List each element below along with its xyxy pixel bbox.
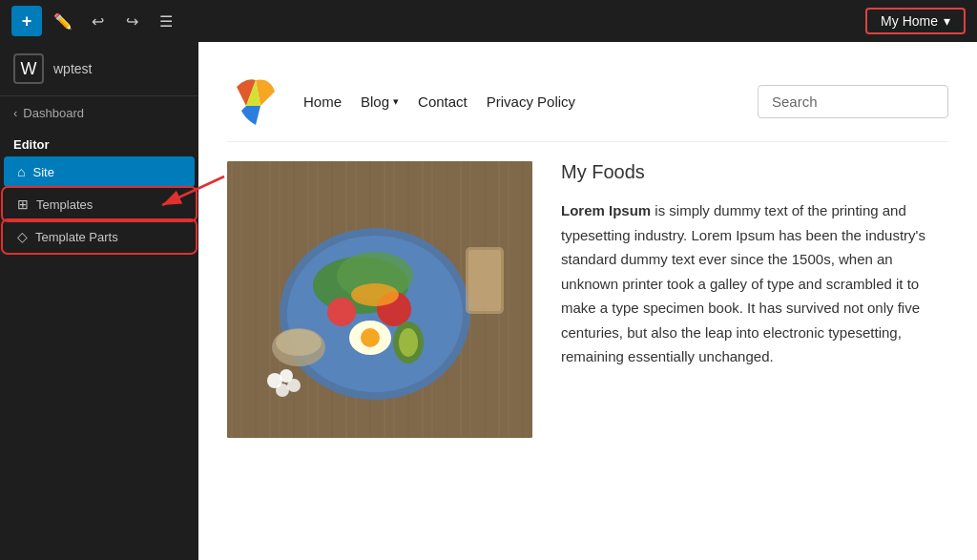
nav-links: Home Blog ▾ Contact Privacy Policy [303, 93, 758, 110]
nav-blog[interactable]: Blog ▾ [361, 93, 399, 110]
editor-section-title: Editor [0, 130, 198, 156]
sidebar-logo-row: W wptest [0, 42, 198, 96]
sidebar-site-label: Site [32, 165, 53, 179]
food-image [227, 161, 532, 438]
svg-rect-25 [468, 250, 501, 311]
template-parts-icon: ◇ [17, 229, 28, 244]
list-view-button[interactable]: ☰ [153, 8, 179, 34]
chevron-down-icon: ▾ [944, 13, 950, 29]
svg-point-16 [399, 328, 418, 357]
food-image-svg [227, 161, 532, 438]
sidebar-templates-label: Templates [36, 197, 93, 212]
site-nav: Home Blog ▾ Contact Privacy Policy Searc… [227, 61, 948, 142]
search-input[interactable]: Search [758, 85, 948, 118]
content-area: Home Blog ▾ Contact Privacy Policy Searc… [198, 42, 977, 560]
my-home-label: My Home [881, 13, 938, 29]
undo-button[interactable]: ↩ [84, 8, 111, 34]
nav-contact[interactable]: Contact [418, 93, 468, 110]
sidebar-item-template-parts[interactable]: ◇ Template Parts [4, 221, 195, 252]
back-arrow-icon: ‹ [13, 106, 17, 120]
sidebar-item-site[interactable]: ⌂ Site [4, 156, 195, 187]
svg-point-17 [351, 283, 399, 306]
edit-icon-button[interactable]: ✏️ [50, 8, 76, 34]
home-icon: ⌂ [17, 164, 25, 179]
toolbar: + ✏️ ↩ ↪ ☰ My Home ▾ [0, 0, 977, 42]
svg-point-23 [276, 329, 322, 356]
sidebar-dashboard-link[interactable]: ‹ Dashboard [0, 96, 198, 130]
svg-point-20 [287, 379, 301, 392]
description-text: is simply dummy text of the printing and… [561, 202, 925, 364]
site-preview: Home Blog ▾ Contact Privacy Policy Searc… [198, 42, 977, 560]
blog-chevron-icon: ▾ [393, 95, 399, 108]
sidebar-template-parts-label: Template Parts [35, 230, 118, 244]
svg-point-14 [361, 328, 380, 347]
nav-privacy[interactable]: Privacy Policy [487, 93, 575, 110]
my-home-button[interactable]: My Home ▾ [865, 8, 966, 34]
sidebar: W wptest ‹ Dashboard Editor ⌂ Site ⊞ Tem… [0, 42, 198, 560]
templates-icon: ⊞ [17, 197, 29, 212]
site-logo [227, 73, 284, 130]
wp-logo: W [13, 53, 44, 84]
svg-point-12 [327, 298, 356, 326]
nav-home[interactable]: Home [303, 93, 342, 110]
dashboard-label: Dashboard [23, 106, 84, 120]
toolbar-left: + ✏️ ↩ ↪ ☰ [11, 6, 179, 36]
text-content: My Foods Lorem Ipsum is simply dummy tex… [561, 161, 948, 438]
svg-point-21 [276, 384, 289, 397]
site-name-label: wptest [53, 61, 92, 76]
lorem-ipsum-bold: Lorem Ipsum [561, 202, 651, 218]
add-block-button[interactable]: + [11, 6, 42, 36]
redo-button[interactable]: ↪ [118, 8, 145, 34]
sidebar-item-templates[interactable]: ⊞ Templates [4, 189, 195, 219]
page-title: My Foods [561, 161, 948, 183]
page-description: Lorem Ipsum is simply dummy text of the … [561, 198, 948, 369]
main-layout: W wptest ‹ Dashboard Editor ⌂ Site ⊞ Tem… [0, 42, 977, 560]
page-content: My Foods Lorem Ipsum is simply dummy tex… [227, 161, 948, 438]
